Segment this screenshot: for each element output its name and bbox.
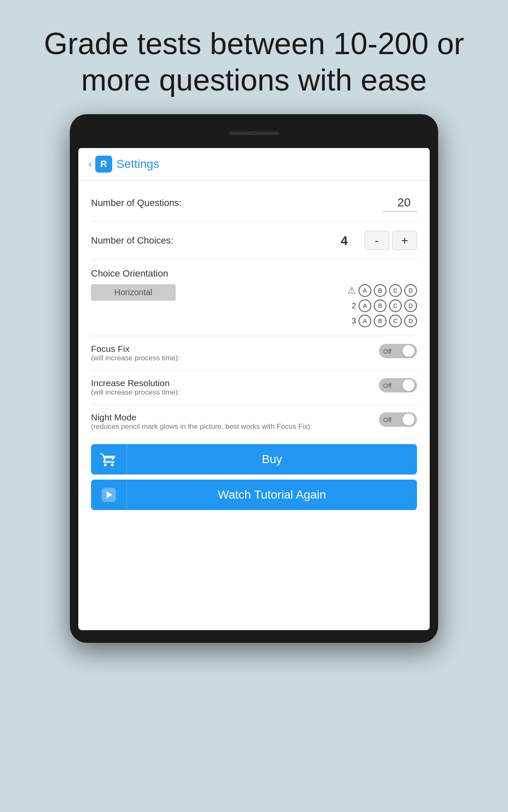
night-mode-knob xyxy=(403,414,414,425)
app-header: ‹ R Settings xyxy=(78,148,430,181)
headline-line2: more questions with ease xyxy=(81,63,427,97)
night-mode-state: Off xyxy=(383,416,392,423)
focus-fix-knob xyxy=(403,345,414,357)
focus-fix-toggle[interactable]: Off xyxy=(379,344,417,358)
preview-row-2: 2 A B C D xyxy=(348,299,417,312)
back-arrow-icon[interactable]: ‹ xyxy=(88,158,92,170)
choice-B-3: B xyxy=(374,315,387,327)
buy-button[interactable]: Buy xyxy=(91,444,417,475)
choice-C-3: C xyxy=(389,315,402,327)
warning-icon: ⚠ xyxy=(348,285,356,296)
row-num-2: 2 xyxy=(348,302,356,310)
choice-D-3: D xyxy=(404,315,417,327)
number-of-choices-label: Number of Choices: xyxy=(91,235,336,246)
number-of-questions-input[interactable] xyxy=(383,194,417,212)
increase-resolution-label: Increase Resolution xyxy=(91,378,379,388)
choice-orientation-section: Choice Orientation Horizontal ⚠ A B C xyxy=(91,260,417,336)
number-of-choices-row: Number of Choices: 4 - + xyxy=(91,222,417,260)
choice-D-2: D xyxy=(404,299,417,312)
orientation-left: Horizontal xyxy=(91,284,250,301)
buy-button-label: Buy xyxy=(127,453,417,466)
choice-C-2: C xyxy=(389,299,402,312)
tablet-top-bar xyxy=(78,123,430,144)
logo-letter: R xyxy=(100,159,107,170)
choice-A-1: A xyxy=(359,284,371,297)
choice-B-1: B xyxy=(374,284,387,297)
focus-fix-text: Focus Fix (will increase process time): xyxy=(91,344,379,362)
choices-value: 4 xyxy=(336,233,353,248)
settings-content: Number of Questions: Number of Choices: … xyxy=(78,181,430,519)
choice-preview: ⚠ A B C D 2 A B C xyxy=(258,284,417,327)
headline-line1: Grade tests between 10-200 or xyxy=(44,27,464,60)
choice-C-1: C xyxy=(389,284,402,297)
tutorial-button-label: Watch Tutorial Again xyxy=(127,488,417,502)
night-mode-row: Night Mode (reduces pencil mark glows in… xyxy=(91,405,417,439)
cart-icon xyxy=(100,451,117,468)
focus-fix-state: Off xyxy=(383,348,392,355)
action-buttons: Buy Watch Tutorial Again xyxy=(91,439,417,515)
page-headline: Grade tests between 10-200 or more quest… xyxy=(0,0,508,115)
increase-resolution-toggle[interactable]: Off xyxy=(379,378,417,392)
night-mode-text: Night Mode (reduces pencil mark glows in… xyxy=(91,412,379,431)
night-mode-label: Night Mode xyxy=(91,412,379,422)
app-logo: R xyxy=(95,156,112,173)
increase-resolution-text: Increase Resolution (will increase proce… xyxy=(91,378,379,397)
orientation-row: Horizontal ⚠ A B C D xyxy=(91,284,417,327)
choice-B-2: B xyxy=(374,299,387,312)
stepper-group: 4 - + xyxy=(336,231,417,250)
app-title: Settings xyxy=(116,157,159,171)
plus-button[interactable]: + xyxy=(392,231,417,250)
night-mode-sub: (reduces pencil mark glows in the pictur… xyxy=(91,422,379,431)
increase-resolution-state: Off xyxy=(383,382,392,389)
choice-A-2: A xyxy=(359,299,371,312)
buy-icon-area xyxy=(91,444,127,475)
focus-fix-label: Focus Fix xyxy=(91,344,379,354)
number-of-questions-label: Number of Questions: xyxy=(91,198,383,208)
tablet-camera xyxy=(252,131,256,135)
minus-button[interactable]: - xyxy=(364,231,389,250)
tutorial-icon-area xyxy=(91,480,127,510)
choice-D-1: D xyxy=(404,284,417,297)
increase-resolution-row: Increase Resolution (will increase proce… xyxy=(91,370,417,405)
number-of-questions-row: Number of Questions: xyxy=(91,185,417,222)
preview-row-1: ⚠ A B C D xyxy=(348,284,417,297)
focus-fix-row: Focus Fix (will increase process time): … xyxy=(91,336,417,370)
tablet-device: ‹ R Settings Number of Questions: Number… xyxy=(70,114,438,643)
tutorial-button[interactable]: Watch Tutorial Again xyxy=(91,480,417,510)
tablet-screen: ‹ R Settings Number of Questions: Number… xyxy=(78,148,430,630)
choice-A-3: A xyxy=(359,315,371,327)
night-mode-toggle[interactable]: Off xyxy=(379,412,417,427)
choice-orientation-label: Choice Orientation xyxy=(91,268,417,279)
play-icon xyxy=(100,486,117,503)
horizontal-button[interactable]: Horizontal xyxy=(91,284,176,301)
preview-row-3: 3 A B C D xyxy=(348,315,417,327)
row-num-3: 3 xyxy=(348,317,356,326)
increase-resolution-sub: (will increase process time): xyxy=(91,388,379,397)
increase-resolution-knob xyxy=(403,379,414,391)
tablet-outer: ‹ R Settings Number of Questions: Number… xyxy=(70,114,438,643)
focus-fix-sub: (will increase process time): xyxy=(91,354,379,362)
